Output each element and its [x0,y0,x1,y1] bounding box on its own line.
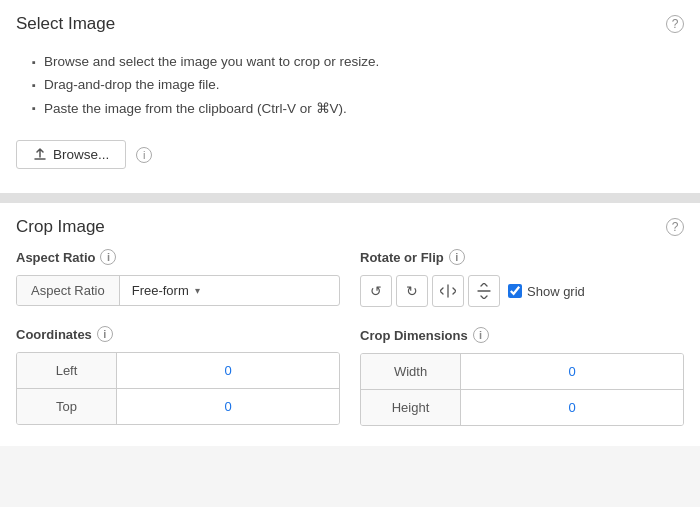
show-grid-label[interactable]: Show grid [508,284,585,299]
aspect-ratio-control: Aspect Ratio Free-form ▾ [16,275,340,306]
dim-width-label: Width [361,354,461,389]
coordinates-info-icon[interactable]: i [97,326,113,342]
crop-image-header: Crop Image ? [16,217,684,237]
rotate-left-button[interactable]: ↺ [360,275,392,307]
show-grid-checkbox[interactable] [508,284,522,298]
coord-left-label: Left [17,353,117,388]
coord-left-value[interactable]: 0 [117,353,339,388]
coord-top-label: Top [17,389,117,424]
crop-dimensions-table: Width 0 Height 0 [360,353,684,426]
flip-h-icon [440,283,456,299]
rotate-right-icon: ↻ [406,283,418,299]
rotate-right-button[interactable]: ↻ [396,275,428,307]
select-image-section: Select Image ? Browse and select the ima… [0,0,700,193]
dim-row-height: Height 0 [361,390,683,425]
crop-dimensions-panel: Crop Dimensions i Width 0 Height 0 [360,327,684,426]
coordinates-panel-label: Coordinates i [16,326,340,342]
aspect-ratio-panel-label: Aspect Ratio i [16,249,340,265]
crop-image-help-icon[interactable]: ? [666,218,684,236]
coord-row-top: Top 0 [17,389,339,424]
browse-info-icon[interactable]: i [136,147,152,163]
coordinates-table: Left 0 Top 0 [16,352,340,425]
flip-v-icon [476,283,492,299]
crop-dimensions-panel-label: Crop Dimensions i [360,327,684,343]
crop-image-section: Crop Image ? Aspect Ratio i Aspect Ratio… [0,203,700,446]
crop-grid: Aspect Ratio i Aspect Ratio Free-form ▾ … [16,249,684,426]
flip-vertical-button[interactable] [468,275,500,307]
select-image-header: Select Image ? [16,14,684,34]
flip-horizontal-button[interactable] [432,275,464,307]
coordinates-panel: Coordinates i Left 0 Top 0 [16,326,340,425]
left-column: Aspect Ratio i Aspect Ratio Free-form ▾ … [16,249,340,426]
dropdown-arrow-icon: ▾ [195,285,200,296]
rotate-flip-info-icon[interactable]: i [449,249,465,265]
dim-width-value[interactable]: 0 [461,354,683,389]
instruction-list: Browse and select the image you want to … [16,46,684,136]
dim-height-value[interactable]: 0 [461,390,683,425]
aspect-ratio-cell-label: Aspect Ratio [17,276,120,305]
select-image-title: Select Image [16,14,115,34]
bullet-1: Browse and select the image you want to … [32,54,668,69]
rotate-left-icon: ↺ [370,283,382,299]
select-image-help-icon[interactable]: ? [666,15,684,33]
aspect-ratio-dropdown[interactable]: Free-form ▾ [120,276,339,305]
crop-dimensions-info-icon[interactable]: i [473,327,489,343]
coord-top-value[interactable]: 0 [117,389,339,424]
aspect-ratio-info-icon[interactable]: i [100,249,116,265]
coord-row-left: Left 0 [17,353,339,389]
upload-icon [33,148,47,162]
right-column: Rotate or Flip i ↺ ↻ [360,249,684,426]
bullet-3: Paste the image from the clipboard (Ctrl… [32,100,668,116]
bullet-2: Drag-and-drop the image file. [32,77,668,92]
rotate-controls: ↺ ↻ Show grid [360,275,684,307]
section-divider [0,193,700,203]
crop-image-title: Crop Image [16,217,105,237]
rotate-flip-panel-label: Rotate or Flip i [360,249,684,265]
browse-button[interactable]: Browse... [16,140,126,169]
browse-row: Browse... i [16,136,684,179]
dim-row-width: Width 0 [361,354,683,390]
dim-height-label: Height [361,390,461,425]
